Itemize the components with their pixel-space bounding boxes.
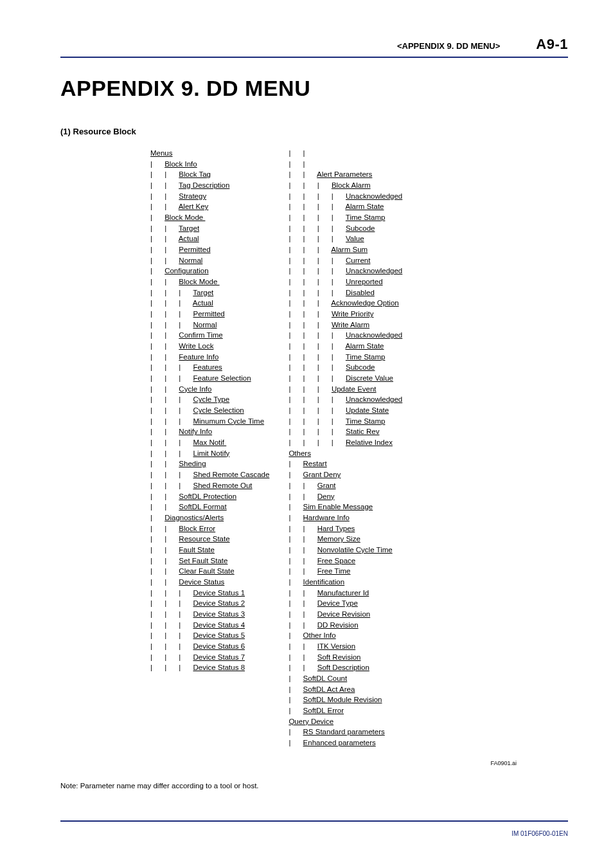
tree-link[interactable]: Max Notif — [193, 439, 226, 446]
tree-link[interactable]: Free Space — [317, 557, 355, 565]
tree-link[interactable]: Unacknowledged — [346, 192, 402, 200]
tree-link[interactable]: Write Priority — [332, 310, 374, 318]
tree-link[interactable]: Features — [193, 363, 222, 371]
tree-link[interactable]: Other Info — [303, 631, 336, 639]
tree-link[interactable]: Device Status 1 — [193, 589, 245, 597]
tree-link[interactable]: Sheding — [179, 460, 206, 467]
tree-link[interactable]: Device Status 5 — [193, 631, 245, 639]
tree-link[interactable]: Permitted — [193, 310, 224, 318]
tree-link[interactable]: Update Event — [332, 385, 377, 393]
tree-link[interactable]: Unacknowledged — [346, 267, 402, 275]
tree-link[interactable]: Alert Parameters — [317, 170, 372, 178]
tree-link[interactable]: Device Status 3 — [193, 610, 245, 618]
tree-link[interactable]: Minumum Cycle Time — [193, 417, 264, 425]
tree-link[interactable]: Block Mode — [179, 278, 219, 285]
tree-link[interactable]: Value — [346, 235, 364, 242]
tree-link[interactable]: Unacknowledged — [346, 395, 402, 403]
tree-link[interactable]: Identification — [303, 578, 345, 586]
tree-link[interactable]: Clear Fault State — [179, 567, 234, 575]
tree-link[interactable]: Acknowledge Option — [331, 299, 398, 307]
tree-link[interactable]: Configuration — [164, 267, 208, 275]
tree-link[interactable]: Normal — [193, 321, 217, 329]
tree-link[interactable]: Block Error — [179, 525, 215, 532]
tree-link[interactable]: Current — [346, 257, 370, 264]
tree-link[interactable]: Update State — [346, 406, 389, 414]
tree-link[interactable]: Cycle Type — [193, 395, 229, 403]
tree-link[interactable]: Limit Notify — [193, 449, 229, 457]
tree-link[interactable]: Alert Key — [179, 203, 209, 210]
tree-link[interactable]: Fault State — [179, 546, 215, 554]
tree-link[interactable]: Device Status 7 — [193, 653, 245, 661]
tree-link[interactable]: Menus — [150, 149, 173, 157]
tree-link[interactable]: Soft Revision — [317, 653, 361, 661]
tree-link[interactable]: Confirm Time — [179, 331, 222, 339]
tree-link[interactable]: Device Type — [317, 599, 358, 607]
tree-link[interactable]: Unacknowledged — [346, 331, 402, 339]
tree-link[interactable]: Feature Selection — [193, 374, 251, 382]
tree-link[interactable]: Target — [193, 289, 213, 296]
tree-link[interactable]: Free Time — [317, 567, 351, 575]
tree-link[interactable]: RS Standard parameters — [303, 728, 385, 736]
tree-link[interactable]: Device Status 2 — [193, 599, 245, 607]
tree-link[interactable]: Time Stamp — [346, 417, 386, 425]
tree-link[interactable]: SoftDL Format — [179, 503, 226, 511]
tree-link[interactable]: Deny — [317, 493, 335, 500]
tree-link[interactable]: Static Rev — [346, 428, 379, 435]
tree-link[interactable]: Device Status 8 — [193, 664, 245, 671]
tree-link[interactable]: Soft Description — [317, 664, 369, 671]
tree-link[interactable]: Tag Description — [179, 181, 229, 189]
tree-link[interactable]: DD Revision — [317, 621, 359, 629]
tree-link[interactable]: Alarm Sum — [331, 246, 368, 253]
tree-link[interactable]: Normal — [179, 257, 202, 264]
tree-link[interactable]: Hard Types — [317, 525, 355, 532]
tree-link[interactable]: Sim Enable Message — [303, 503, 373, 511]
tree-link[interactable]: Subcode — [346, 224, 375, 232]
tree-link[interactable]: Query Device — [289, 718, 333, 725]
tree-link[interactable]: Actual — [179, 235, 199, 242]
tree-link[interactable]: Cycle Info — [179, 385, 211, 393]
tree-link[interactable]: Others — [289, 449, 311, 457]
tree-link[interactable]: Grant — [317, 482, 336, 489]
tree-link[interactable]: Block Tag — [179, 170, 211, 178]
tree-link[interactable]: Alarm State — [345, 342, 384, 350]
tree-link[interactable]: Diagnostics/Alerts — [164, 514, 224, 521]
tree-link[interactable]: Discrete Value — [346, 374, 393, 382]
tree-link[interactable]: Device Status 4 — [193, 621, 245, 629]
tree-link[interactable]: Alarm State — [345, 203, 384, 210]
tree-link[interactable]: SoftDL Protection — [179, 493, 236, 500]
tree-link[interactable]: SoftDL Act Area — [303, 685, 355, 693]
tree-link[interactable]: Time Stamp — [346, 353, 386, 361]
tree-link[interactable]: Unreported — [346, 278, 383, 285]
tree-link[interactable]: Write Lock — [179, 342, 213, 350]
tree-link[interactable]: Set Fault State — [179, 557, 227, 565]
tree-link[interactable]: Block Mode — [164, 213, 205, 221]
tree-link[interactable]: Nonvolatile Cycle Time — [317, 546, 393, 554]
tree-link[interactable]: Restart — [303, 460, 327, 467]
tree-link[interactable]: Shed Remote Out — [193, 482, 252, 489]
tree-link[interactable]: Target — [179, 224, 199, 232]
tree-link[interactable]: ITK Version — [317, 642, 355, 650]
tree-link[interactable]: Feature Info — [179, 353, 218, 361]
tree-link[interactable]: Shed Remote Cascade — [193, 471, 269, 478]
tree-link[interactable]: Enhanced parameters — [303, 739, 376, 746]
tree-link[interactable]: Cycle Selection — [193, 406, 244, 414]
tree-link[interactable]: Grant Deny — [303, 471, 341, 478]
tree-link[interactable]: Notify Info — [179, 428, 212, 435]
tree-link[interactable]: Manufacturer Id — [317, 589, 369, 597]
tree-link[interactable]: Block Info — [164, 160, 197, 168]
tree-link[interactable]: SoftDL Module Revision — [303, 696, 382, 703]
tree-link[interactable]: SoftDL Error — [303, 707, 344, 714]
tree-link[interactable]: Relative Index — [346, 439, 393, 446]
tree-link[interactable]: Device Status 6 — [193, 642, 245, 650]
tree-link[interactable]: Subcode — [346, 363, 375, 371]
tree-link[interactable]: Device Status — [179, 578, 224, 586]
tree-link[interactable]: Hardware Info — [303, 514, 350, 521]
tree-link[interactable]: Resource State — [179, 535, 229, 543]
tree-link[interactable]: Permitted — [179, 246, 210, 253]
tree-link[interactable]: Strategy — [179, 192, 206, 200]
tree-link[interactable]: Block Alarm — [332, 181, 371, 189]
tree-link[interactable]: Write Alarm — [332, 321, 369, 329]
tree-link[interactable]: Disabled — [346, 289, 375, 296]
tree-link[interactable]: Memory Size — [317, 535, 360, 543]
tree-link[interactable]: Time Stamp — [346, 213, 386, 221]
